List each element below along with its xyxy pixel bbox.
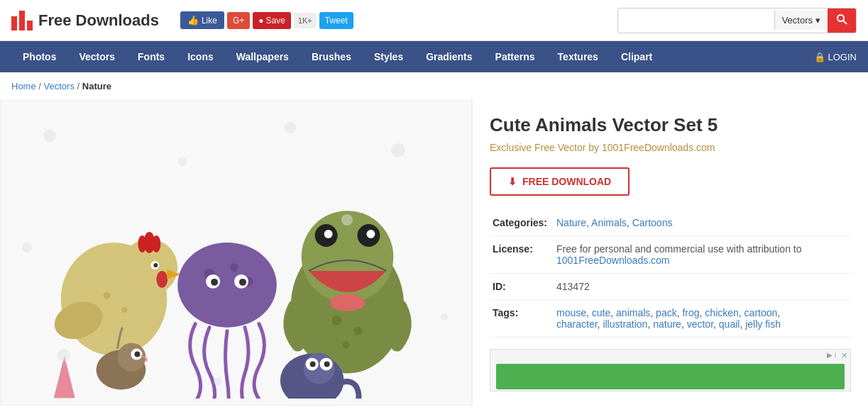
gplus-label: G+ [233,16,244,26]
license-row: License: Free for personal and commercia… [490,236,851,274]
main-content: Cute Animals Vector Set 5 Exclusive Free… [0,100,868,406]
breadcrumb-current: Nature [82,81,111,91]
logo-title: Free Downloads [38,11,159,30]
breadcrumb-sep-2: / [77,81,82,91]
svg-point-41 [310,362,316,367]
facebook-like-button[interactable]: 👍 Like [180,11,224,29]
search-input[interactable] [618,11,774,30]
tag-quail[interactable]: quail [719,318,740,330]
svg-point-14 [97,314,103,320]
ad-banner[interactable] [496,364,845,389]
logo-bar-1 [11,16,17,30]
login-button[interactable]: 🔒 LOGIN [814,52,857,62]
svg-point-31 [353,327,362,335]
svg-point-36 [134,352,140,357]
breadcrumb-home[interactable]: Home [11,81,36,91]
nav-item-vectors[interactable]: Vectors [67,41,126,72]
dropdown-arrow-icon: ▾ [815,15,820,26]
tags-value: mouse, cute, animals, pack, frog, chicke… [554,300,851,338]
logo-bar-3 [27,21,33,30]
image-area [0,100,472,406]
nav-item-clipart[interactable]: Clipart [610,41,664,72]
svg-point-15 [177,243,277,328]
info-table: Categories: Nature, Animals, Cartoons Li… [490,210,851,338]
nav-item-photos[interactable]: Photos [11,41,67,72]
nav-item-textures[interactable]: Textures [546,41,610,72]
svg-point-42 [324,362,330,367]
advertisement-area: ▶ i ✕ [490,349,851,391]
tag-pack[interactable]: pack [656,307,677,318]
nav-item-gradients[interactable]: Gradients [414,41,483,72]
nav-item-icons[interactable]: Icons [176,41,225,72]
svg-point-17 [230,263,238,272]
tag-chicken[interactable]: chicken [705,307,738,318]
breadcrumb-sep-1: / [38,81,43,91]
detail-subtitle: Exclusive Free Vector by 1001FreeDownloa… [490,142,851,153]
logo: Free Downloads [11,11,159,30]
download-icon: ⬇ [508,176,517,187]
search-area: Vectors ▾ [617,8,857,33]
categories-row: Categories: Nature, Animals, Cartoons [490,210,851,236]
tag-cute[interactable]: cute [592,307,610,318]
svg-point-12 [104,292,111,299]
download-button[interactable]: ⬇ FREE DOWNLOAD [490,167,630,196]
svg-point-21 [211,279,218,286]
nav-item-brushes[interactable]: Brushes [300,41,363,72]
ad-label: ▶ i [827,351,836,359]
category-animals[interactable]: Animals [591,217,627,228]
nav-item-wallpapers[interactable]: Wallpapers [225,41,300,72]
tweet-label: Tweet [325,16,348,26]
info-panel: Cute Animals Vector Set 5 Exclusive Free… [472,100,868,406]
header: Free Downloads 👍 Like G+ ● Save 1K+ Twee… [0,0,868,41]
fb-like-label: Like [202,16,217,26]
category-nature[interactable]: Nature [556,217,586,228]
svg-point-32 [343,342,350,349]
search-category-label: Vectors [782,15,813,26]
tag-frog[interactable]: frog [682,307,699,318]
license-link[interactable]: 1001FreeDownloads.com [556,255,670,266]
category-cartoons[interactable]: Cartoons [632,217,673,228]
svg-point-27 [324,230,333,238]
login-label: LOGIN [828,52,857,62]
nav-item-fonts[interactable]: Fonts [126,41,176,72]
tag-mouse[interactable]: mouse [556,307,586,318]
id-row: ID: 413472 [490,274,851,300]
ad-close-button[interactable]: ✕ [841,351,847,360]
svg-point-8 [156,271,167,288]
license-label: License: [490,236,554,274]
tag-illustration[interactable]: illustration [603,318,647,330]
license-text: Free for personal and commercial use wit… [556,243,802,255]
svg-point-34 [118,343,146,372]
svg-point-11 [153,263,158,267]
logo-bar-2 [19,11,25,30]
tag-character[interactable]: character [556,318,598,330]
google-plus-button[interactable]: G+ [227,12,250,29]
search-button[interactable] [828,9,856,33]
categories-label: Categories: [490,210,554,236]
svg-marker-43 [54,356,75,399]
facebook-icon: 👍 [187,15,199,26]
main-nav: Photos Vectors Fonts Icons Wallpapers Br… [0,41,868,72]
pinterest-save-button[interactable]: ● Save [253,12,291,29]
tweet-button[interactable]: Tweet [319,12,353,29]
tag-vector[interactable]: vector [687,318,713,330]
search-category-dropdown[interactable]: Vectors ▾ [774,11,828,30]
pinterest-icon: ● [258,16,263,26]
tag-nature[interactable]: nature [653,318,681,330]
breadcrumb: Home / Vectors / Nature [0,72,868,100]
categories-value: Nature, Animals, Cartoons [554,210,851,236]
svg-point-6 [138,235,146,252]
svg-point-22 [239,279,246,286]
breadcrumb-vectors[interactable]: Vectors [44,81,75,91]
nav-item-styles[interactable]: Styles [363,41,414,72]
logo-icon [11,11,33,30]
tags-label: Tags: [490,300,554,338]
tag-animals[interactable]: animals [616,307,650,318]
id-value: 413472 [554,274,851,300]
lock-icon: 🔒 [814,52,825,62]
download-label: FREE DOWNLOAD [522,176,611,187]
tag-cartoon[interactable]: cartoon [745,307,778,318]
nav-item-patterns[interactable]: Patterns [484,41,546,72]
tags-row: Tags: mouse, cute, animals, pack, frog, … [490,300,851,338]
tag-jellyfish[interactable]: jelly fish [745,318,781,330]
